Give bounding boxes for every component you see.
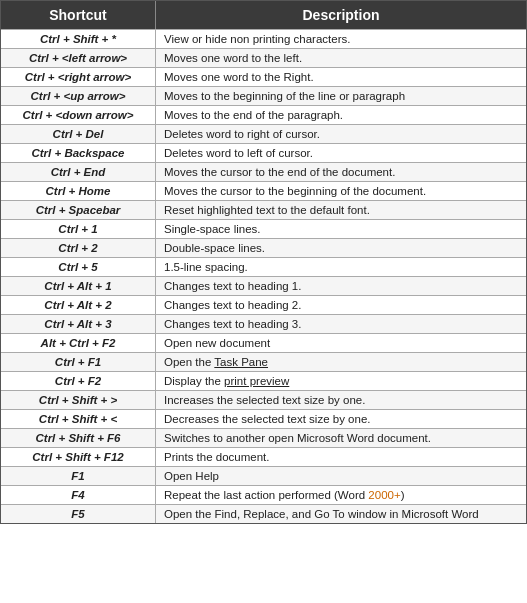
shortcut-cell: F4 bbox=[1, 486, 156, 504]
shortcut-cell: Alt + Ctrl + F2 bbox=[1, 334, 156, 352]
table-body: Ctrl + Shift + *View or hide non printin… bbox=[1, 29, 526, 523]
table-row: Ctrl + Alt + 2Changes text to heading 2. bbox=[1, 295, 526, 314]
table-row: Alt + Ctrl + F2Open new document bbox=[1, 333, 526, 352]
shortcut-cell: Ctrl + End bbox=[1, 163, 156, 181]
table-row: Ctrl + SpacebarReset highlighted text to… bbox=[1, 200, 526, 219]
description-cell: Changes text to heading 1. bbox=[156, 277, 526, 295]
table-row: Ctrl + <down arrow>Moves to the end of t… bbox=[1, 105, 526, 124]
description-cell: Moves one word to the Right. bbox=[156, 68, 526, 86]
shortcut-cell: Ctrl + Shift + > bbox=[1, 391, 156, 409]
shortcut-cell: Ctrl + <right arrow> bbox=[1, 68, 156, 86]
description-cell: Reset highlighted text to the default fo… bbox=[156, 201, 526, 219]
description-cell: Deletes word to left of cursor. bbox=[156, 144, 526, 162]
description-cell: View or hide non printing characters. bbox=[156, 30, 526, 48]
shortcut-cell: Ctrl + <up arrow> bbox=[1, 87, 156, 105]
table-row: Ctrl + HomeMoves the cursor to the begin… bbox=[1, 181, 526, 200]
description-cell: Decreases the selected text size by one. bbox=[156, 410, 526, 428]
table-row: Ctrl + Shift + F6Switches to another ope… bbox=[1, 428, 526, 447]
table-row: Ctrl + <up arrow>Moves to the beginning … bbox=[1, 86, 526, 105]
table-row: Ctrl + Alt + 1Changes text to heading 1. bbox=[1, 276, 526, 295]
description-cell: Changes text to heading 3. bbox=[156, 315, 526, 333]
table-row: Ctrl + Shift + *View or hide non printin… bbox=[1, 29, 526, 48]
shortcut-cell: Ctrl + Alt + 1 bbox=[1, 277, 156, 295]
shortcut-cell: Ctrl + <left arrow> bbox=[1, 49, 156, 67]
shortcut-cell: Ctrl + Backspace bbox=[1, 144, 156, 162]
description-cell: Prints the document. bbox=[156, 448, 526, 466]
description-cell: Single-space lines. bbox=[156, 220, 526, 238]
table-row: F5Open the Find, Replace, and Go To wind… bbox=[1, 504, 526, 523]
table-row: Ctrl + <right arrow>Moves one word to th… bbox=[1, 67, 526, 86]
shortcut-cell: F1 bbox=[1, 467, 156, 485]
table-row: Ctrl + Shift + >Increases the selected t… bbox=[1, 390, 526, 409]
shortcut-cell: Ctrl + Shift + * bbox=[1, 30, 156, 48]
shortcut-cell: Ctrl + 5 bbox=[1, 258, 156, 276]
description-cell: 1.5-line spacing. bbox=[156, 258, 526, 276]
shortcut-cell: Ctrl + 1 bbox=[1, 220, 156, 238]
table-row: Ctrl + Alt + 3Changes text to heading 3. bbox=[1, 314, 526, 333]
description-cell: Open new document bbox=[156, 334, 526, 352]
underlined-text: print preview bbox=[224, 375, 289, 387]
description-cell: Repeat the last action performed (Word 2… bbox=[156, 486, 526, 504]
shortcut-cell: Ctrl + Alt + 3 bbox=[1, 315, 156, 333]
table-row: Ctrl + 2Double-space lines. bbox=[1, 238, 526, 257]
shortcut-cell: Ctrl + Del bbox=[1, 125, 156, 143]
description-cell: Changes text to heading 2. bbox=[156, 296, 526, 314]
description-cell: Moves the cursor to the beginning of the… bbox=[156, 182, 526, 200]
shortcut-cell: Ctrl + Shift + F12 bbox=[1, 448, 156, 466]
shortcut-cell: Ctrl + Shift + F6 bbox=[1, 429, 156, 447]
description-cell: Moves to the end of the paragraph. bbox=[156, 106, 526, 124]
table-row: Ctrl + EndMoves the cursor to the end of… bbox=[1, 162, 526, 181]
table-row: Ctrl + Shift + F12Prints the document. bbox=[1, 447, 526, 466]
shortcut-cell: Ctrl + Shift + < bbox=[1, 410, 156, 428]
header-description: Description bbox=[156, 1, 526, 29]
table-row: Ctrl + F1Open the Task Pane bbox=[1, 352, 526, 371]
shortcut-cell: Ctrl + Alt + 2 bbox=[1, 296, 156, 314]
description-cell: Open the Task Pane bbox=[156, 353, 526, 371]
underlined-text: Task Pane bbox=[214, 356, 268, 368]
description-cell: Deletes word to right of cursor. bbox=[156, 125, 526, 143]
description-cell: Double-space lines. bbox=[156, 239, 526, 257]
description-cell: Open the Find, Replace, and Go To window… bbox=[156, 505, 526, 523]
table-row: Ctrl + 51.5-line spacing. bbox=[1, 257, 526, 276]
table-header: Shortcut Description bbox=[1, 1, 526, 29]
table-row: Ctrl + <left arrow>Moves one word to the… bbox=[1, 48, 526, 67]
shortcut-cell: Ctrl + F2 bbox=[1, 372, 156, 390]
shortcut-cell: Ctrl + 2 bbox=[1, 239, 156, 257]
description-cell: Moves the cursor to the end of the docum… bbox=[156, 163, 526, 181]
description-cell: Moves one word to the left. bbox=[156, 49, 526, 67]
header-shortcut: Shortcut bbox=[1, 1, 156, 29]
table-row: F4Repeat the last action performed (Word… bbox=[1, 485, 526, 504]
shortcut-cell: Ctrl + F1 bbox=[1, 353, 156, 371]
table-row: F1Open Help bbox=[1, 466, 526, 485]
table-row: Ctrl + Shift + <Decreases the selected t… bbox=[1, 409, 526, 428]
table-row: Ctrl + BackspaceDeletes word to left of … bbox=[1, 143, 526, 162]
description-cell: Display the print preview bbox=[156, 372, 526, 390]
shortcut-table: Shortcut Description Ctrl + Shift + *Vie… bbox=[0, 0, 527, 524]
description-cell: Increases the selected text size by one. bbox=[156, 391, 526, 409]
table-row: Ctrl + 1Single-space lines. bbox=[1, 219, 526, 238]
shortcut-cell: F5 bbox=[1, 505, 156, 523]
shortcut-cell: Ctrl + Spacebar bbox=[1, 201, 156, 219]
description-cell: Switches to another open Microsoft Word … bbox=[156, 429, 526, 447]
orange-text: 2000+ bbox=[368, 489, 400, 501]
description-cell: Open Help bbox=[156, 467, 526, 485]
table-row: Ctrl + F2Display the print preview bbox=[1, 371, 526, 390]
shortcut-cell: Ctrl + Home bbox=[1, 182, 156, 200]
table-row: Ctrl + DelDeletes word to right of curso… bbox=[1, 124, 526, 143]
shortcut-cell: Ctrl + <down arrow> bbox=[1, 106, 156, 124]
description-cell: Moves to the beginning of the line or pa… bbox=[156, 87, 526, 105]
